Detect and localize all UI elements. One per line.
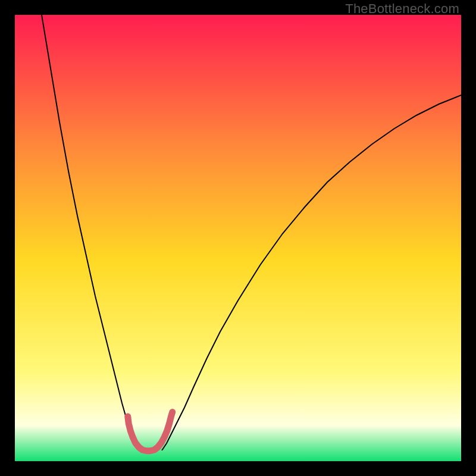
- watermark-text: TheBottleneck.com: [345, 1, 459, 17]
- outer-frame: [15, 15, 461, 461]
- chart-svg: [15, 15, 461, 461]
